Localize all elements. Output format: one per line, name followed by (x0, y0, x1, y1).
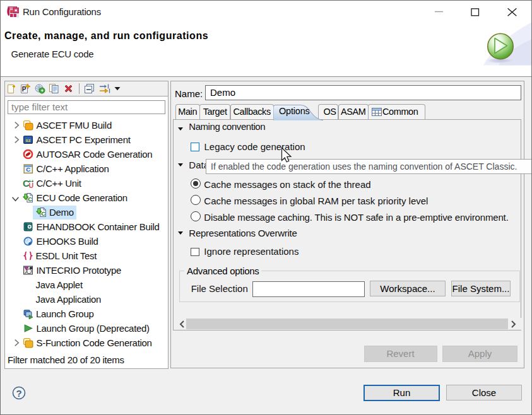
svg-text:?: ? (16, 388, 21, 399)
svg-text:P: P (22, 86, 27, 93)
